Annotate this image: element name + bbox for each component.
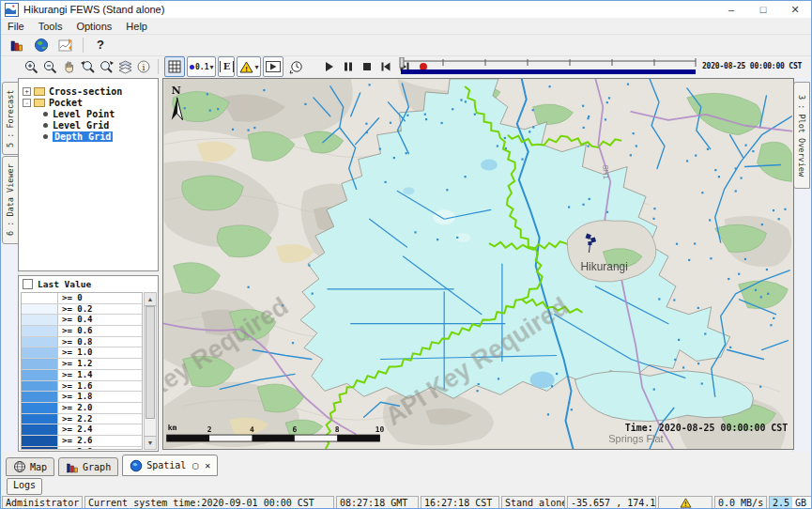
legend-row: >= 0.4 xyxy=(22,315,142,326)
folder-icon xyxy=(34,99,45,107)
profile-e-icon: E xyxy=(220,61,235,72)
menu-item-options[interactable]: Options xyxy=(76,21,112,32)
svg-text:!: ! xyxy=(684,501,686,507)
menu-item-help[interactable]: Help xyxy=(126,21,147,32)
help-button[interactable]: ? xyxy=(88,36,113,54)
legend-row: >= 1.6 xyxy=(22,381,142,393)
legend-row: >= 2.8 xyxy=(22,447,142,450)
tree-item-level-grid[interactable]: Level Grid xyxy=(19,119,158,131)
legend-row: >= 1.8 xyxy=(22,392,142,403)
warning-icon: ! xyxy=(239,61,253,73)
status-coordinates: -35.657 , 174.199 xyxy=(567,496,656,509)
map-label-hikurangi: Hikurangi xyxy=(580,260,627,273)
tree-item-level-point[interactable]: Level Point xyxy=(19,108,158,119)
expand-icon[interactable]: + xyxy=(23,87,31,96)
legend-row: >= 1.4 xyxy=(22,370,142,381)
zoom-next-button[interactable] xyxy=(97,57,115,76)
scale-tick: 4 xyxy=(250,425,254,434)
scroll-thumb[interactable] xyxy=(146,306,155,419)
maximize-button[interactable]: □ xyxy=(747,2,779,18)
timer-button[interactable] xyxy=(284,57,307,76)
menu-item-file[interactable]: File xyxy=(8,21,24,32)
tab-restore-icon[interactable]: ▢ xyxy=(192,460,198,470)
main-toolbar: ? xyxy=(1,34,811,56)
thresholds-warning-dropdown[interactable]: ! ▾ xyxy=(237,56,261,77)
toolbar-separator xyxy=(158,59,159,74)
tree-item-label-selected: Depth Grid xyxy=(53,131,113,142)
zoom-in-button[interactable] xyxy=(22,57,40,76)
tab-close-icon[interactable]: ✕ xyxy=(205,460,210,470)
database-display-button[interactable] xyxy=(5,36,29,54)
sidebar-tab-plot-overview[interactable]: 3 : Plot Overview xyxy=(793,82,810,189)
scale-tick: 6 xyxy=(292,425,297,434)
status-memory: 2.5 GB xyxy=(769,496,812,509)
status-cst-time: 16:27:18 CST xyxy=(421,496,499,509)
legend-row: >= 2.6 xyxy=(22,436,142,447)
legend-swatch xyxy=(22,392,58,402)
sidebar-tab-forecast[interactable]: 5 : Forecast xyxy=(2,82,19,155)
timeline-slider[interactable] xyxy=(399,57,697,76)
scale-tick: 8 xyxy=(335,425,340,434)
info-icon: i xyxy=(136,59,151,74)
step-backward-button[interactable] xyxy=(376,57,395,76)
stop-icon xyxy=(361,61,373,72)
status-gmt-time: 08:27:18 GMT xyxy=(336,496,419,509)
animation-button[interactable] xyxy=(263,56,283,77)
logs-button[interactable]: Logs xyxy=(7,478,42,495)
legend-scrollbar[interactable]: ▲ ▼ xyxy=(144,292,157,450)
legend-row: >= 1.2 xyxy=(22,359,142,370)
legend-row: >= 2.0 xyxy=(22,403,142,414)
timeline-handle[interactable] xyxy=(400,57,404,68)
timeline-span-bar xyxy=(401,69,696,74)
threshold-dropdown[interactable]: 0.1 ▾ xyxy=(187,56,216,77)
play-button[interactable] xyxy=(320,57,339,76)
map-canvas[interactable]: API Key Required API Key Required N km 2… xyxy=(163,79,793,449)
longitudinal-profile-button[interactable]: E xyxy=(218,56,235,77)
tree-item-depth-grid[interactable]: Depth Grid xyxy=(19,131,158,142)
tab-graph[interactable]: Graph xyxy=(58,457,118,476)
bar-chart-icon xyxy=(66,460,79,473)
spatial-display-button[interactable] xyxy=(29,36,54,54)
layers-icon xyxy=(117,59,133,75)
tree-item-cross-section[interactable]: + Cross-section xyxy=(19,85,158,97)
legend-row: >= 1.0 xyxy=(22,347,142,359)
bar-chart-icon xyxy=(9,38,24,53)
north-label: N xyxy=(172,85,181,97)
legend-swatch xyxy=(22,315,58,325)
legend-swatch xyxy=(22,359,58,369)
bullet-icon xyxy=(43,112,48,116)
minimize-button[interactable]: – xyxy=(715,2,747,18)
timeline-datetime: 2020-08-25 00:00:00 CST xyxy=(702,62,802,70)
collapse-icon[interactable]: - xyxy=(23,99,31,107)
stop-button[interactable] xyxy=(358,57,376,76)
zoom-out-button[interactable] xyxy=(40,57,59,76)
close-button[interactable]: ✕ xyxy=(779,2,811,18)
tab-graph-label: Graph xyxy=(83,462,111,472)
scroll-up-arrow[interactable]: ▲ xyxy=(145,293,156,306)
menu-item-tools[interactable]: Tools xyxy=(38,21,63,32)
scroll-down-arrow[interactable]: ▼ xyxy=(145,436,156,449)
tree-item-pocket[interactable]: - Pocket xyxy=(19,97,158,108)
status-transfer-rate: 0.0 MB/s xyxy=(714,496,767,509)
tree-item-label: Pocket xyxy=(49,98,83,108)
map-container: API Key Required API Key Required N km 2… xyxy=(162,78,794,450)
tab-map-label: Map xyxy=(30,462,47,472)
timeseries-display-button[interactable] xyxy=(54,36,78,54)
wire-globe-icon xyxy=(13,460,26,473)
clock-icon xyxy=(288,59,304,75)
layers-button[interactable] xyxy=(115,57,134,76)
legend-row: >= 0.6 xyxy=(22,326,142,337)
tab-spatial[interactable]: Spatial ▢ ✕ xyxy=(122,455,218,476)
map-toolbar: i 0.1 ▾ E ! ▾ 2020-08-25 00:00:00 CS xyxy=(1,55,811,78)
hand-icon xyxy=(61,59,77,75)
zoom-previous-button[interactable] xyxy=(78,57,97,76)
last-value-checkbox[interactable] xyxy=(23,279,33,289)
status-warning[interactable]: ! xyxy=(658,496,712,509)
sidebar-tab-data-viewer[interactable]: 6 : Data Viewer xyxy=(2,156,19,244)
tab-map[interactable]: Map xyxy=(6,457,54,476)
pause-button[interactable] xyxy=(339,57,358,76)
pan-button[interactable] xyxy=(59,57,78,76)
legend-panel: Last Value >= 0 >= 0.2 >= 0.4 >= 0.6 >= … xyxy=(18,275,159,452)
grid-display-toggle[interactable] xyxy=(164,56,185,77)
info-button[interactable]: i xyxy=(134,57,153,76)
